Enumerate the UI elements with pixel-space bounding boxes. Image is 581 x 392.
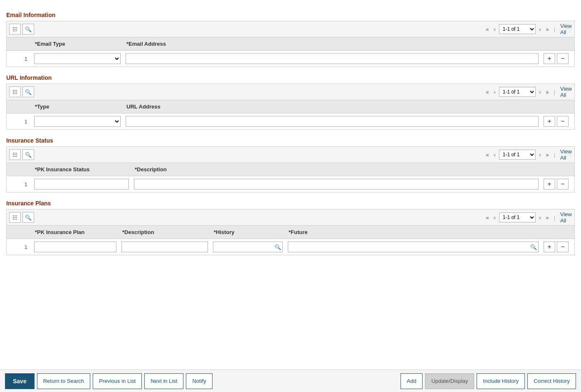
ins-plans-search-btn[interactable]: 🔍: [22, 212, 34, 223]
ins-plan-history-input[interactable]: [213, 242, 283, 252]
ins-plans-view-btn[interactable]: ☷: [9, 212, 21, 223]
ins-status-view-btn[interactable]: ☷: [9, 149, 21, 160]
email-row-1: 1 + −: [7, 51, 574, 67]
email-header-row: *Email Type *Email Address: [7, 37, 574, 51]
email-page-select[interactable]: 1-1 of 1: [499, 24, 536, 34]
email-section-title: Email Information: [6, 12, 575, 18]
email-remove-row-btn[interactable]: −: [557, 53, 569, 64]
email-last-btn[interactable]: [544, 25, 550, 33]
email-row-num: 1: [7, 52, 32, 65]
ins-plan-history-search-icon[interactable]: 🔍: [274, 244, 281, 250]
ins-status-header-row: *PK Insurance Status *Description: [7, 163, 574, 176]
ins-plans-next-btn[interactable]: [537, 214, 542, 222]
ins-status-pk-input[interactable]: [34, 179, 129, 190]
email-prev-btn[interactable]: [492, 25, 497, 33]
ins-plans-row-num: 1: [7, 241, 32, 254]
email-pagination: 1-1 of 1 | View All: [484, 23, 572, 35]
url-prev-btn[interactable]: [492, 88, 497, 96]
ins-plans-row-1: 1 🔍 🔍 + −: [7, 239, 574, 255]
ins-status-next-btn[interactable]: [537, 151, 542, 159]
url-address-input[interactable]: [126, 116, 539, 127]
ins-plans-last-btn[interactable]: [544, 214, 550, 222]
insurance-plans-grid: ☷ 🔍 1-1 of 1 | View All *PK Insurance Pl…: [6, 209, 575, 255]
url-header-row: *Type URL Address: [7, 100, 574, 113]
ins-status-view-all[interactable]: View All: [560, 148, 572, 161]
url-remove-row-btn[interactable]: −: [557, 116, 569, 127]
email-address-input[interactable]: [126, 53, 539, 64]
ins-status-search-btn[interactable]: 🔍: [22, 149, 34, 160]
url-addr-header: URL Address: [123, 100, 541, 113]
ins-status-first-btn[interactable]: [484, 151, 490, 159]
ins-plan-pk-header: *PK Insurance Plan: [32, 226, 119, 239]
email-addr-header: *Email Address: [123, 37, 541, 50]
ins-plan-desc-header: *Description: [119, 226, 210, 239]
ins-plans-add-row-btn[interactable]: +: [544, 242, 555, 252]
ins-plan-history-header: *History: [210, 226, 285, 239]
email-type-header: *Email Type: [32, 37, 123, 50]
url-row-num: 1: [7, 115, 32, 128]
ins-status-last-btn[interactable]: [544, 151, 550, 159]
email-search-btn[interactable]: 🔍: [22, 24, 34, 35]
ins-plan-desc-input[interactable]: [121, 242, 208, 252]
ins-plans-header-row: *PK Insurance Plan *Description *History…: [7, 226, 574, 239]
url-add-row-btn[interactable]: +: [544, 116, 555, 127]
insurance-status-toolbar: ☷ 🔍 1-1 of 1 | View All: [7, 147, 574, 163]
ins-status-remove-row-btn[interactable]: −: [557, 179, 569, 190]
url-first-btn[interactable]: [484, 88, 490, 96]
url-next-btn[interactable]: [537, 88, 542, 96]
insurance-status-section-title: Insurance Status: [6, 137, 575, 144]
url-view-all[interactable]: View All: [560, 86, 572, 98]
ins-plans-first-btn[interactable]: [484, 214, 490, 222]
ins-plans-view-all[interactable]: View All: [560, 211, 572, 224]
ins-plan-pk-input[interactable]: [34, 242, 116, 252]
ins-status-row-1: 1 + −: [7, 176, 574, 192]
url-search-btn[interactable]: 🔍: [22, 86, 34, 97]
email-view-all[interactable]: View All: [560, 23, 572, 35]
url-grid-view-btn[interactable]: ☷: [9, 86, 21, 97]
ins-plans-remove-row-btn[interactable]: −: [557, 242, 569, 252]
url-grid: ☷ 🔍 1-1 of 1 | View All *Type URL Addres…: [6, 84, 575, 130]
insurance-status-grid: ☷ 🔍 1-1 of 1 | View All *PK Insurance St…: [6, 146, 575, 192]
url-toolbar: ☷ 🔍 1-1 of 1 | View All: [7, 84, 574, 100]
ins-status-page-select[interactable]: 1-1 of 1: [499, 150, 536, 160]
insurance-plans-section-title: Insurance Plans: [6, 200, 575, 207]
ins-status-prev-btn[interactable]: [492, 151, 497, 159]
url-section-title: URL Information: [6, 74, 575, 81]
email-type-select[interactable]: [34, 53, 121, 64]
ins-plans-pagination: 1-1 of 1 | View All: [484, 211, 572, 224]
ins-status-row-num: 1: [7, 178, 32, 191]
insurance-plans-toolbar: ☷ 🔍 1-1 of 1 | View All: [7, 210, 574, 226]
url-pagination: 1-1 of 1 | View All: [484, 86, 572, 98]
url-last-btn[interactable]: [544, 88, 550, 96]
email-grid: ☷ 🔍 1-1 of 1 | View All *Email Type *Ema…: [6, 21, 575, 67]
ins-plans-prev-btn[interactable]: [492, 214, 497, 222]
ins-status-pagination: 1-1 of 1 | View All: [484, 148, 572, 161]
ins-plan-future-header: *Future: [285, 226, 541, 239]
ins-status-pk-header: *PK Insurance Status: [32, 163, 131, 176]
url-type-header: *Type: [32, 100, 123, 113]
ins-plan-future-input[interactable]: [288, 242, 539, 252]
email-add-row-btn[interactable]: +: [544, 53, 555, 64]
email-next-btn[interactable]: [537, 25, 542, 33]
email-grid-view-btn[interactable]: ☷: [9, 24, 21, 35]
ins-status-desc-input[interactable]: [134, 179, 539, 190]
email-toolbar: ☷ 🔍 1-1 of 1 | View All: [7, 21, 574, 37]
url-page-select[interactable]: 1-1 of 1: [499, 87, 536, 97]
ins-plan-future-search-icon[interactable]: 🔍: [530, 244, 537, 250]
url-row-1: 1 + −: [7, 113, 574, 129]
ins-status-add-row-btn[interactable]: +: [544, 179, 555, 190]
ins-status-desc-header: *Description: [131, 163, 541, 176]
email-first-btn[interactable]: [484, 25, 490, 33]
url-type-select[interactable]: [34, 116, 121, 127]
ins-plans-page-select[interactable]: 1-1 of 1: [499, 212, 536, 222]
